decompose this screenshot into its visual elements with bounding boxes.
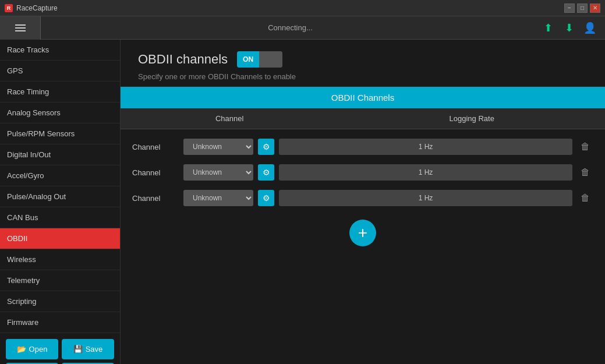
hamburger-button[interactable] bbox=[0, 16, 41, 40]
sidebar-item-obdii[interactable]: OBDII bbox=[0, 228, 120, 249]
gear-icon-2: ⚙ bbox=[263, 168, 270, 177]
channels-list: Channel Unknown ⚙ 1 Hz 🗑 Channel Unknown bbox=[121, 129, 605, 364]
app-icon: R bbox=[5, 4, 13, 12]
plus-icon: + bbox=[358, 225, 367, 241]
main-layout: Race Tracks GPS Race Timing Analog Senso… bbox=[0, 40, 605, 364]
minimize-button[interactable]: − bbox=[564, 3, 575, 13]
delete-button-1[interactable]: 🗑 bbox=[577, 139, 593, 155]
hamburger-icon bbox=[15, 24, 26, 31]
channels-section-header: OBDII Channels bbox=[121, 87, 605, 108]
logging-rate-3: 1 Hz bbox=[279, 190, 572, 206]
channel-select-2[interactable]: Unknown bbox=[183, 164, 253, 181]
open-icon: 📂 bbox=[17, 345, 26, 354]
connection-status: Connecting... bbox=[41, 23, 540, 32]
sidebar: Race Tracks GPS Race Timing Analog Senso… bbox=[0, 40, 121, 364]
sidebar-item-telemetry[interactable]: Telemetry bbox=[0, 270, 120, 291]
sidebar-item-can-bus[interactable]: CAN Bus bbox=[0, 207, 120, 228]
toggle-on[interactable]: ON bbox=[237, 51, 259, 68]
toolbar: Connecting... ⬆ ⬇ 👤 bbox=[0, 16, 605, 40]
obdii-title-row: OBDII channels ON bbox=[138, 51, 588, 68]
sidebar-item-digital-inout[interactable]: Digital In/Out bbox=[0, 144, 120, 165]
user-button[interactable]: 👤 bbox=[582, 20, 598, 36]
logging-rate-1: 1 Hz bbox=[279, 139, 572, 155]
gear-icon-3: ⚙ bbox=[263, 193, 270, 203]
add-channel-button[interactable]: + bbox=[349, 220, 376, 246]
title-bar: R RaceCapture − □ ✕ bbox=[0, 0, 605, 16]
channel-label-3: Channel bbox=[132, 194, 179, 203]
obdii-subtitle: Specify one or more OBDII Channels to en… bbox=[138, 72, 588, 81]
close-button[interactable]: ✕ bbox=[590, 3, 600, 13]
channel-select-3[interactable]: Unknown bbox=[183, 190, 253, 206]
window-controls: − □ ✕ bbox=[564, 3, 600, 13]
channel-label-2: Channel bbox=[132, 168, 179, 177]
toggle-switch[interactable]: ON bbox=[237, 51, 282, 68]
sidebar-item-wireless[interactable]: Wireless bbox=[0, 249, 120, 270]
sidebar-item-race-tracks[interactable]: Race Tracks bbox=[0, 40, 120, 61]
sidebar-bottom-actions: 📂 Open 💾 Save ⬆ Read ⬇ Write bbox=[0, 333, 120, 364]
sidebar-item-gps[interactable]: GPS bbox=[0, 61, 120, 82]
sidebar-item-pulse-rpm[interactable]: Pulse/RPM Sensors bbox=[0, 123, 120, 144]
sidebar-item-firmware[interactable]: Firmware bbox=[0, 312, 120, 333]
save-icon: 💾 bbox=[73, 345, 83, 354]
download-button[interactable]: ⬇ bbox=[561, 20, 577, 36]
sidebar-item-analog-sensors[interactable]: Analog Sensors bbox=[0, 103, 120, 123]
maximize-button[interactable]: □ bbox=[577, 3, 588, 13]
channel-label-1: Channel bbox=[132, 143, 179, 151]
upload-button[interactable]: ⬆ bbox=[540, 20, 556, 36]
sidebar-item-pulse-analog-out[interactable]: Pulse/Analog Out bbox=[0, 186, 120, 207]
trash-icon-1: 🗑 bbox=[581, 142, 590, 152]
obdii-title: OBDII channels bbox=[138, 52, 228, 67]
channel-select-1[interactable]: Unknown bbox=[183, 139, 253, 155]
col-logging-header: Logging Rate bbox=[338, 114, 605, 123]
sidebar-item-race-timing[interactable]: Race Timing bbox=[0, 82, 120, 103]
gear-button-2[interactable]: ⚙ bbox=[258, 164, 274, 181]
obdii-header: OBDII channels ON Specify one or more OB… bbox=[121, 40, 605, 87]
title-bar-left: R RaceCapture bbox=[5, 4, 58, 12]
gear-button-3[interactable]: ⚙ bbox=[258, 190, 274, 206]
channel-row: Channel Unknown ⚙ 1 Hz 🗑 bbox=[121, 134, 605, 160]
channel-row: Channel Unknown ⚙ 1 Hz 🗑 bbox=[121, 185, 605, 211]
gear-button-1[interactable]: ⚙ bbox=[258, 139, 274, 155]
add-button-container: + bbox=[121, 211, 605, 255]
open-button[interactable]: 📂 Open bbox=[6, 339, 58, 359]
delete-button-3[interactable]: 🗑 bbox=[577, 190, 593, 206]
sidebar-item-accel-gyro[interactable]: Accel/Gyro bbox=[0, 165, 120, 186]
save-button[interactable]: 💾 Save bbox=[62, 339, 114, 359]
delete-button-2[interactable]: 🗑 bbox=[577, 164, 593, 181]
sidebar-item-scripting[interactable]: Scripting bbox=[0, 291, 120, 312]
gear-icon-1: ⚙ bbox=[263, 142, 270, 151]
trash-icon-2: 🗑 bbox=[581, 167, 590, 178]
logging-rate-2: 1 Hz bbox=[279, 164, 572, 181]
col-channel-header: Channel bbox=[121, 114, 338, 123]
channels-table-header: Channel Logging Rate bbox=[121, 108, 605, 129]
toggle-off[interactable] bbox=[259, 51, 282, 68]
app-title: RaceCapture bbox=[16, 4, 58, 12]
trash-icon-3: 🗑 bbox=[581, 193, 590, 203]
channel-row: Channel Unknown ⚙ 1 Hz 🗑 bbox=[121, 160, 605, 185]
toolbar-actions: ⬆ ⬇ 👤 bbox=[540, 20, 605, 36]
content-area: OBDII channels ON Specify one or more OB… bbox=[121, 40, 605, 364]
